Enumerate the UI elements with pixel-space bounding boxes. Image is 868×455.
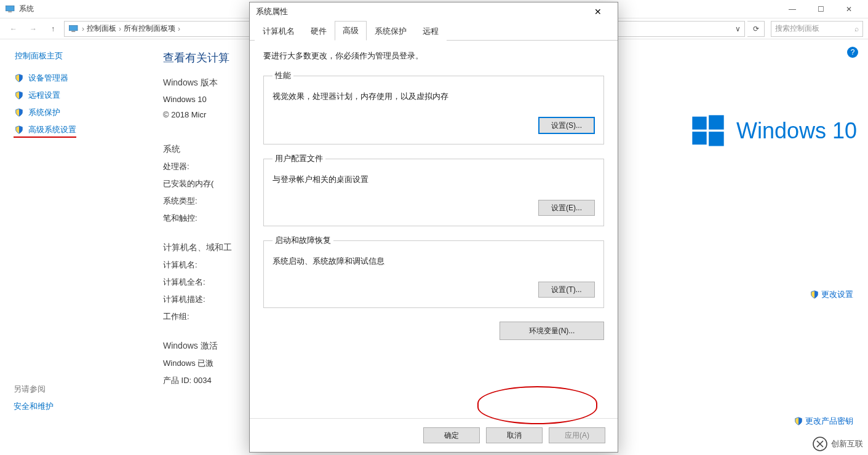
system-properties-dialog: 系统属性 ✕ 计算机名 硬件 高级 系统保护 远程 要进行大多数更改，你必须作为… [249, 2, 618, 453]
nav-forward-button[interactable]: → [25, 21, 42, 37]
window-title: 系统 [19, 4, 34, 14]
dialog-close-button[interactable]: ✕ [584, 2, 611, 21]
pc-icon [68, 25, 79, 33]
change-product-key-link[interactable]: 更改产品密钥 [794, 416, 853, 427]
breadcrumb-item[interactable]: 所有控制面板项 [124, 23, 175, 34]
sidebar-item-device-manager[interactable]: 设备管理器 [14, 73, 138, 84]
watermark: 创新互联 [813, 437, 863, 451]
tab-computer-name[interactable]: 计算机名 [255, 22, 303, 41]
link-label: 更改设置 [821, 289, 853, 300]
svg-rect-5 [709, 115, 724, 129]
shield-icon [15, 74, 23, 82]
cancel-button[interactable]: 取消 [486, 427, 543, 443]
environment-variables-button[interactable]: 环境变量(N)... [500, 322, 604, 340]
system-icon [5, 5, 16, 14]
dialog-footer: 确定 取消 应用(A) [250, 418, 618, 452]
search-icon: ⌕ [854, 25, 859, 33]
ok-button[interactable]: 确定 [423, 427, 480, 443]
tab-remote[interactable]: 远程 [415, 22, 447, 41]
search-placeholder: 搜索控制面板 [775, 23, 819, 34]
startup-legend: 启动和故障恢复 [273, 235, 333, 246]
brand-text: Windows 10 [736, 118, 857, 144]
tab-system-protection[interactable]: 系统保护 [367, 22, 415, 41]
sidebar-home-link[interactable]: 控制面板主页 [14, 50, 138, 61]
svg-rect-6 [692, 132, 706, 144]
user-profiles-group: 用户配置文件 与登录帐户相关的桌面设置 设置(E)... [263, 153, 604, 226]
startup-settings-button[interactable]: 设置(T)... [538, 282, 595, 298]
tab-advanced[interactable]: 高级 [335, 21, 367, 41]
tabbar: 计算机名 硬件 高级 系统保护 远程 [250, 21, 618, 41]
svg-rect-4 [692, 117, 706, 130]
chevron-icon: › [82, 25, 84, 33]
performance-group: 性能 视觉效果，处理器计划，内存使用，以及虚拟内存 设置(S)... [263, 70, 604, 144]
refresh-button[interactable]: ⟳ [747, 21, 765, 37]
svg-rect-1 [8, 11, 12, 12]
search-input[interactable]: 搜索控制面板 ⌕ [771, 21, 863, 37]
chevron-icon: › [119, 25, 121, 33]
svg-rect-3 [71, 31, 75, 32]
close-button[interactable]: ✕ [835, 0, 863, 18]
startup-desc: 系统启动、系统故障和调试信息 [273, 256, 595, 267]
sidebar-item-advanced-system-settings[interactable]: 高级系统设置 [14, 124, 76, 138]
shield-icon [15, 108, 23, 117]
performance-legend: 性能 [273, 70, 293, 81]
watermark-logo-icon [813, 437, 827, 451]
sidebar-item-label: 设备管理器 [28, 73, 68, 84]
windows-logo-icon [691, 114, 725, 148]
tab-hardware[interactable]: 硬件 [303, 22, 335, 41]
admin-note: 要进行大多数更改，你必须作为管理员登录。 [263, 50, 604, 61]
svg-rect-7 [709, 132, 724, 146]
minimize-button[interactable]: — [778, 0, 806, 18]
svg-rect-0 [6, 6, 15, 10]
window-controls: — ☐ ✕ [778, 0, 863, 18]
windows10-brand: Windows 10 [691, 114, 857, 148]
performance-settings-button[interactable]: 设置(S)... [538, 117, 595, 134]
maximize-button[interactable]: ☐ [806, 0, 835, 18]
sidebar-item-label: 高级系统设置 [28, 124, 76, 135]
nav-back-button[interactable]: ← [5, 21, 22, 37]
see-also-label: 另请参阅 [14, 384, 138, 395]
sidebar: 控制面板主页 设备管理器 远程设置 系统保护 [0, 39, 151, 455]
link-label: 更改产品密钥 [805, 416, 853, 427]
shield-icon [810, 290, 819, 299]
dialog-titlebar[interactable]: 系统属性 ✕ [250, 2, 618, 21]
startup-recovery-group: 启动和故障恢复 系统启动、系统故障和调试信息 设置(T)... [263, 235, 604, 308]
shield-icon [15, 125, 23, 134]
sidebar-item-label: 远程设置 [28, 90, 60, 101]
breadcrumb-dropdown-icon[interactable]: ∨ [735, 25, 741, 33]
dialog-title: 系统属性 [256, 6, 288, 17]
user-profiles-legend: 用户配置文件 [273, 153, 325, 164]
sidebar-item-remote-settings[interactable]: 远程设置 [14, 90, 138, 101]
user-profiles-settings-button[interactable]: 设置(E)... [538, 200, 595, 216]
performance-desc: 视觉效果，处理器计划，内存使用，以及虚拟内存 [273, 91, 595, 102]
chevron-icon: › [178, 25, 180, 33]
help-icon[interactable]: ? [847, 47, 858, 58]
user-profiles-desc: 与登录帐户相关的桌面设置 [273, 174, 595, 185]
sidebar-item-label: 系统保护 [28, 107, 60, 118]
watermark-text: 创新互联 [831, 438, 863, 449]
see-also-link[interactable]: 安全和维护 [14, 401, 138, 412]
shield-icon [15, 91, 23, 100]
shield-icon [794, 417, 803, 425]
svg-rect-2 [70, 25, 78, 30]
breadcrumb-item[interactable]: 控制面板 [87, 23, 116, 34]
nav-up-button[interactable]: ↑ [44, 21, 62, 37]
apply-button[interactable]: 应用(A) [549, 427, 605, 443]
sidebar-item-system-protection[interactable]: 系统保护 [14, 107, 138, 118]
change-settings-link[interactable]: 更改设置 [810, 289, 853, 300]
